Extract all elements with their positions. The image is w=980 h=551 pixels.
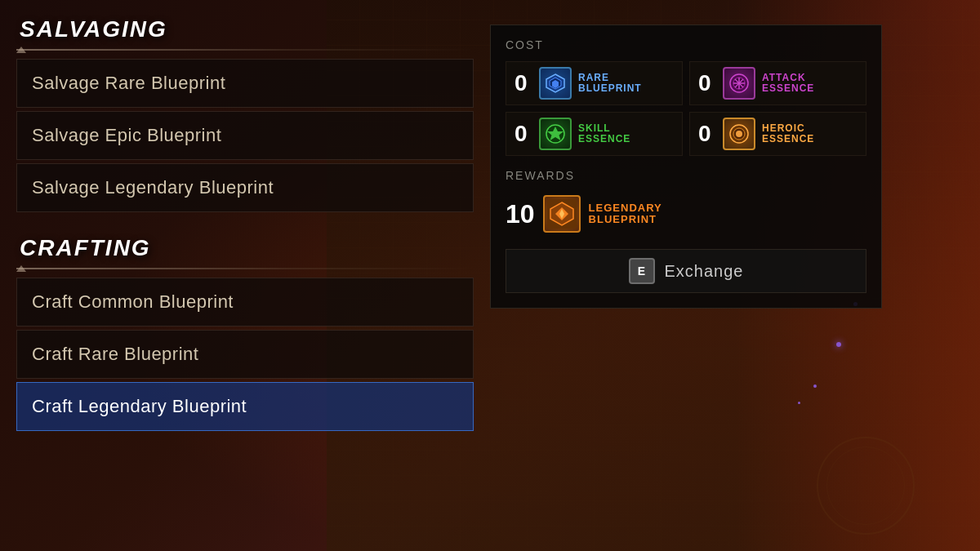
cost-item-skill: 0 SKILL ESSENCE xyxy=(506,112,683,156)
menu-item-salvage-legendary[interactable]: Salvage Legendary Blueprint xyxy=(16,163,474,212)
left-panel: SALVAGING Salvage Rare Blueprint Salvage… xyxy=(16,16,474,535)
cost-item-rare-bp: 0 RARE BLUEPRINT xyxy=(506,61,683,105)
reward-text-legendary: LEGENDARY BLUEPRINT xyxy=(589,202,662,226)
rewards-label: REWARDS xyxy=(506,169,866,182)
cost-amount-rare-bp: 0 xyxy=(514,70,532,96)
rare-blueprint-icon xyxy=(539,67,572,100)
legendary-blueprint-icon xyxy=(543,195,581,233)
reward-amount-legendary: 10 xyxy=(506,199,535,229)
menu-item-craft-common[interactable]: Craft Common Blueprint xyxy=(16,278,474,327)
menu-item-craft-rare[interactable]: Craft Rare Blueprint xyxy=(16,330,474,379)
salvaging-title: SALVAGING xyxy=(16,16,474,42)
exchange-button[interactable]: E Exchange xyxy=(506,249,866,293)
cost-amount-attack: 0 xyxy=(698,70,716,96)
exchange-key-label: E xyxy=(629,258,655,284)
main-container: SALVAGING Salvage Rare Blueprint Salvage… xyxy=(0,0,980,551)
cost-text-skill: SKILL ESSENCE xyxy=(578,123,630,144)
cost-text-attack: ATTACK ESSENCE xyxy=(762,73,814,94)
cost-panel: COST 0 RARE BLUEPRINT xyxy=(490,24,882,309)
crafting-divider xyxy=(16,268,474,269)
reward-item-legendary: 10 LEGENDARY BLUEPRINT xyxy=(506,192,866,236)
cost-text-heroic: HEROIC ESSENCE xyxy=(762,123,814,144)
cost-grid: 0 RARE BLUEPRINT 0 xyxy=(506,61,866,156)
skill-essence-icon xyxy=(539,118,572,150)
cost-amount-skill: 0 xyxy=(514,121,532,147)
crafting-title: CRAFTING xyxy=(16,235,474,261)
cost-text-rare-bp: RARE BLUEPRINT xyxy=(578,73,642,94)
attack-essence-icon xyxy=(723,67,755,100)
cost-item-heroic: 0 HEROIC ESSENCE xyxy=(689,112,866,156)
right-panel: COST 0 RARE BLUEPRINT xyxy=(490,16,964,535)
cost-label: COST xyxy=(506,38,866,51)
cost-amount-heroic: 0 xyxy=(698,121,716,147)
menu-item-salvage-epic[interactable]: Salvage Epic Blueprint xyxy=(16,111,474,160)
menu-item-craft-legendary[interactable]: Craft Legendary Blueprint xyxy=(16,382,474,431)
salvaging-divider xyxy=(16,49,474,51)
menu-item-salvage-rare[interactable]: Salvage Rare Blueprint xyxy=(16,59,474,108)
svg-point-13 xyxy=(736,131,742,137)
cost-item-attack: 0 ATTACK ESSENCE xyxy=(689,61,866,105)
crafting-section: CRAFTING Craft Common Blueprint Craft Ra… xyxy=(16,227,474,434)
exchange-text: Exchange xyxy=(665,262,744,281)
heroic-essence-icon xyxy=(723,118,755,150)
